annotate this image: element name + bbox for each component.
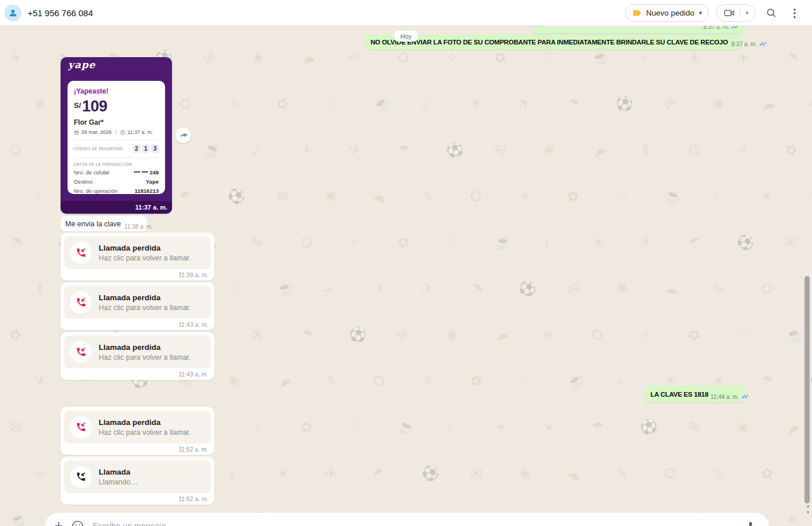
amount-value: 109 <box>82 99 107 114</box>
message-time: 11:43 a. m. <box>178 321 208 328</box>
new-order-button[interactable]: Nuevo pedido ▾ <box>625 4 709 22</box>
outgoing-message-reminder: NO OLVIDE ENVIAR LA FOTO DE SU COMPROBAN… <box>365 35 743 50</box>
call-subtitle: Haz clic para volver a llamar. <box>99 353 191 361</box>
chat-header: +51 956 766 084 Nuevo pedido ▾ ▾ ⋮ <box>0 0 812 26</box>
incoming-message: Me envia la clave 11:38 a. m. <box>61 216 147 232</box>
call-subtitle: Haz clic para volver a llamar. <box>99 254 191 262</box>
scroll-down-icon[interactable]: ▾ <box>805 510 811 515</box>
transaction-date: 28 mar. 2026 <box>81 129 112 135</box>
forward-icon <box>179 131 188 140</box>
person-icon <box>8 8 18 18</box>
new-order-label: Nuevo pedido <box>646 9 694 17</box>
transaction-data-label: DATOS DE LA TRANSACCIÓN <box>74 162 159 166</box>
call-button[interactable]: Llamada Llamando… <box>64 460 211 493</box>
date-separator: Hoy <box>394 31 418 42</box>
call-back-button[interactable]: Llamada perdida Haz clic para volver a l… <box>64 335 211 368</box>
attach-plus-icon[interactable]: + <box>54 518 63 526</box>
message-time: 8:37 a. m. <box>731 41 757 47</box>
message-text: Me envia la clave <box>65 220 121 228</box>
missed-call-icon <box>70 416 92 438</box>
search-button[interactable] <box>763 4 779 22</box>
message-text: LA CLAVE ES 1818 <box>650 391 708 398</box>
chevron-down-icon: ▾ <box>745 10 749 16</box>
call-title: Llamada perdida <box>99 293 191 302</box>
ongoing-call-message: Llamada Llamando… 11:52 a. m. <box>61 457 214 505</box>
search-icon <box>766 8 777 18</box>
read-receipt-icon: ✓✓ <box>759 40 767 48</box>
call-back-button[interactable]: Llamada perdida Haz clic para volver a l… <box>64 236 211 269</box>
emoji-icon[interactable] <box>71 520 84 526</box>
read-receipt-icon: ✓✓ <box>741 393 749 401</box>
forward-message-button[interactable] <box>175 128 191 143</box>
message-input[interactable] <box>92 521 737 526</box>
currency-symbol: S/ <box>74 101 81 114</box>
message-time: 11:43 a. m. <box>178 371 208 378</box>
call-title: Llamada perdida <box>99 418 191 427</box>
call-back-button[interactable]: Llamada perdida Haz clic para volver a l… <box>64 286 211 319</box>
menu-button[interactable]: ⋮ <box>787 4 803 22</box>
call-title: Llamada perdida <box>99 343 191 352</box>
message-time: 11:39 a. m. <box>178 271 208 278</box>
missed-call-message: Llamada perdida Haz clic para volver a l… <box>61 407 214 455</box>
clock-icon <box>120 130 125 135</box>
missed-call-message: Llamada perdida Haz clic para volver a l… <box>61 233 214 281</box>
missed-call-icon <box>70 242 92 264</box>
call-subtitle: Llamando… <box>99 478 137 486</box>
scroll-down-icon[interactable]: ▾ <box>805 504 811 509</box>
missed-call-icon <box>70 292 92 314</box>
yape-receipt-image[interactable]: yape ¡Yapeaste! S/ 109 Flor Gar* 28 mar.… <box>61 57 172 214</box>
transaction-time: 11:37 a. m. <box>128 129 153 135</box>
security-code: 2 1 3 <box>133 144 159 153</box>
call-title: Llamada <box>99 468 137 476</box>
message-time: 11:44 a. m. <box>710 394 739 400</box>
label-tag-icon <box>632 8 642 18</box>
kebab-menu-icon: ⋮ <box>789 6 800 20</box>
calendar-icon <box>74 130 79 135</box>
message-time: 11:52 a. m. <box>178 446 208 453</box>
video-camera-icon <box>723 7 735 19</box>
message-text: NO OLVIDE ENVIAR LA FOTO DE SU COMPROBAN… <box>371 39 728 46</box>
call-icon <box>70 466 92 488</box>
mic-icon[interactable] <box>745 521 756 526</box>
scrollbar-thumb[interactable] <box>804 276 810 503</box>
call-back-button[interactable]: Llamada perdida Haz clic para volver a l… <box>64 411 211 443</box>
missed-call-icon <box>70 341 92 363</box>
message-composer: + <box>45 513 769 526</box>
yape-receipt-card: ¡Yapeaste! S/ 109 Flor Gar* 28 mar. 2026… <box>68 81 165 194</box>
call-subtitle: Haz clic para volver a llamar. <box>99 428 191 437</box>
whatsapp-chat-window: ✿♡☕♪☀✈☂⚽✉❀☁✎⭘✧✿♡☕♪☀✈☂⚽✉❀☁✎⭘✧✿♡☕♪☀✈☂⚽✉❀☁✎… <box>0 0 812 526</box>
avatar[interactable] <box>5 5 21 21</box>
message-time: 11:37 a. m. <box>61 201 172 214</box>
contact-phone-title[interactable]: +51 956 766 084 <box>28 8 93 18</box>
missed-call-message: Llamada perdida Haz clic para volver a l… <box>61 282 214 330</box>
call-subtitle: Haz clic para volver a llamar. <box>99 304 191 312</box>
chevron-down-icon: ▾ <box>699 10 702 16</box>
yape-logo: yape <box>68 59 96 70</box>
recipient-name: Flor Gar* <box>74 118 159 126</box>
outgoing-message-key: LA CLAVE ES 1818 11:44 a. m. ✓✓ <box>645 386 743 402</box>
call-title: Llamada perdida <box>99 244 191 252</box>
video-call-button[interactable]: ▾ <box>716 4 755 22</box>
message-time: 11:52 a. m. <box>178 495 208 502</box>
missed-call-message: Llamada perdida Haz clic para volver a l… <box>61 332 214 380</box>
message-time: 11:38 a. m. <box>125 223 153 230</box>
yape-headline: ¡Yapeaste! <box>74 87 159 95</box>
security-code-label: CÓDIGO DE SEGURIDAD <box>74 147 123 151</box>
